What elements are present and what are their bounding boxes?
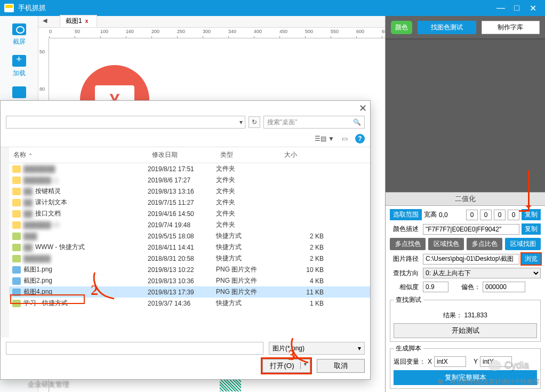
copy-color-button[interactable]: 复制 [522, 223, 541, 235]
file-row[interactable]: ██WWW - 快捷方式2018/4/11 14:41快捷方式2 KB [9, 242, 370, 253]
color-desc-input[interactable] [423, 224, 519, 235]
file-row[interactable]: 截图2.png2019/8/13 10:36PNG 图片文件4 KB [9, 275, 370, 286]
capture-button[interactable]: 截屏 [0, 19, 38, 51]
file-icon [12, 177, 21, 184]
file-row[interactable]: ██课计划文本2019/7/15 11:27文件夹 [9, 197, 370, 208]
file-icon [12, 244, 21, 251]
bias-label: 偏色： [461, 283, 480, 292]
file-type: 文件夹 [216, 164, 280, 173]
browse-button[interactable]: 浏览 [522, 253, 541, 265]
select-range-button[interactable]: 选取范围 [390, 209, 422, 220]
img-path-input[interactable] [423, 254, 519, 265]
file-date: 2019/8/6 17:27 [148, 177, 216, 184]
file-row[interactable]: ██████/152019/7/4 19:48文件夹 [9, 219, 370, 230]
search-placeholder: 搜索"桌面" [267, 118, 298, 127]
file-icon [12, 188, 21, 195]
maximize-button[interactable]: □ [509, 0, 525, 16]
findcolor-test-button[interactable]: 找图色测试 [418, 21, 476, 34]
file-row[interactable]: 截图1.png2019/8/13 10:22PNG 图片文件10 KB [9, 264, 370, 275]
file-name: ██████/15 [23, 221, 60, 229]
file-name: 课计划文本 [35, 198, 67, 207]
file-row[interactable]: ██按键精灵2019/8/13 13:16文件夹 [9, 186, 370, 197]
capture-label: 截屏 [13, 37, 26, 46]
range-y1-input[interactable] [480, 210, 492, 220]
qr-icon [220, 380, 241, 391]
range-y2-input[interactable] [508, 210, 519, 220]
tab-multipoint-findcolor[interactable]: 多点找色 [390, 238, 426, 250]
make-font-button[interactable]: 制作字库 [482, 21, 540, 34]
search-test-group: 查找测试 结果： 131,833 开始测试 [390, 295, 541, 342]
cancel-button[interactable]: 取消 [317, 359, 365, 373]
tab-prev-button[interactable]: ◀ [43, 17, 47, 24]
filename-input[interactable] [6, 342, 263, 355]
close-button[interactable]: ✕ [525, 0, 541, 16]
file-filter-select[interactable]: 图片(*.png) ▾ [269, 342, 365, 355]
rv-x-input[interactable] [434, 356, 466, 367]
file-row[interactable]: ██████(1)2019/8/6 17:27文件夹 [9, 174, 370, 186]
bias-input[interactable] [483, 282, 525, 292]
col-size-header[interactable]: 大小 [280, 147, 328, 163]
file-date: 2019/8/12 17:51 [148, 165, 216, 173]
file-icon [12, 221, 21, 229]
file-type: 快捷方式 [216, 231, 280, 241]
file-date: 2019/7/4 19:48 [148, 221, 216, 229]
return-var-label: 返回变量： [394, 357, 426, 366]
file-icon [12, 277, 21, 285]
start-test-button[interactable]: 开始测试 [394, 323, 537, 338]
tool-icon [12, 86, 26, 98]
col-type-header[interactable]: 类型 [216, 147, 280, 163]
result-value: 131,833 [464, 311, 487, 319]
minimize-button[interactable]: — [493, 0, 509, 16]
file-type: 文件夹 [216, 209, 280, 218]
tab-close-icon[interactable]: x [85, 18, 89, 24]
file-row[interactable]: ██接口文档2019/4/16 14:50文件夹 [9, 208, 370, 219]
help-button[interactable]: ? [355, 134, 365, 143]
file-size: 10 KB [280, 266, 328, 274]
file-type: 文件夹 [216, 175, 280, 185]
color-chip[interactable]: 颜色 [391, 21, 412, 34]
tab-area-findcolor[interactable]: 区域找色 [428, 238, 464, 250]
wechat-icon [488, 360, 501, 371]
tab-multipoint-compare[interactable]: 多点比色 [467, 238, 502, 250]
col-date-header[interactable]: 修改日期 [148, 147, 216, 163]
rv-y-label: Y [474, 358, 478, 365]
wh-value: 0,0 [439, 211, 448, 219]
refresh-button[interactable]: ↻ [249, 116, 260, 128]
horizontal-ruler: 050100160200250300340400450500550600650 [49, 28, 385, 38]
direction-select[interactable]: 0: 从左上向右下 [423, 268, 541, 278]
similarity-input[interactable] [423, 282, 448, 292]
range-x2-input[interactable] [494, 210, 506, 220]
file-name: WWW - 快捷方式 [35, 243, 85, 252]
file-icon [12, 210, 21, 218]
file-row[interactable]: ███2019/5/15 18:08快捷方式2 KB [9, 230, 370, 242]
file-row[interactable]: ██████2018/8/31 20:58快捷方式2 KB [9, 253, 370, 264]
file-type: 文件夹 [216, 220, 280, 229]
range-x1-input[interactable] [466, 210, 478, 220]
dialog-close-button[interactable]: ✕ [359, 102, 367, 114]
list-icon: ☰▤ [315, 135, 326, 142]
camera-icon [12, 23, 26, 35]
rv-x-label: X [428, 358, 432, 365]
footer-left-text: 企业研友管理 [28, 380, 69, 389]
load-button[interactable]: 加载 [0, 51, 38, 82]
col-name-header[interactable]: 名称^ [9, 147, 148, 163]
file-list: 名称^ 修改日期 类型 大小 ███████2019/8/12 17:51文件夹… [9, 147, 370, 338]
file-name: 截图2.png [23, 276, 52, 285]
chevron-down-icon: ▾ [358, 345, 361, 352]
breadcrumb[interactable]: ▾ [6, 116, 245, 129]
file-date: 2019/3/7 14:36 [148, 300, 216, 307]
sort-asc-icon: ^ [29, 153, 31, 158]
dialog-toolbar: ☰▤▼ ▭ ? [1, 132, 370, 147]
dialog-bottom: 图片(*.png) ▾ [1, 338, 370, 359]
search-input[interactable]: 搜索"桌面" 🔍 [263, 116, 365, 129]
tab-screenshot1[interactable]: 截图1 x [60, 15, 97, 27]
dialog-side [1, 147, 9, 338]
copy-range-button[interactable]: 复制 [522, 209, 541, 220]
file-row[interactable]: ███████2019/8/12 17:51文件夹 [9, 163, 370, 174]
dialog-body: 名称^ 修改日期 类型 大小 ███████2019/8/12 17:51文件夹… [1, 147, 370, 338]
gen-script-legend: 生成脚本 [394, 344, 423, 353]
tab-area-findimage[interactable]: 区域找图 [505, 238, 541, 250]
preview-pane-button[interactable]: ▭ [342, 135, 348, 142]
view-options-button[interactable]: ☰▤▼ [315, 135, 334, 142]
chevron-down-icon[interactable]: ▾ [239, 118, 243, 126]
